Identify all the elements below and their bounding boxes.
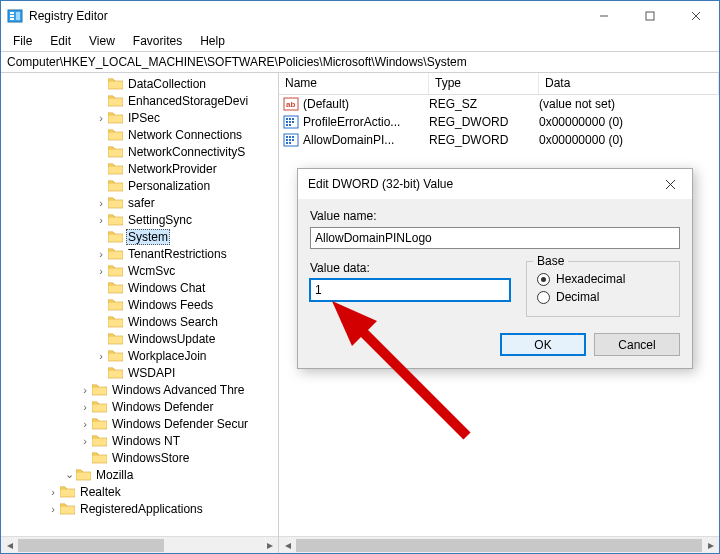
folder-icon bbox=[108, 332, 123, 345]
tree-item[interactable]: ›TenantRestrictions bbox=[5, 245, 278, 262]
tree-item[interactable]: ›safer bbox=[5, 194, 278, 211]
menu-bar: File Edit View Favorites Help bbox=[1, 31, 719, 51]
tree-item[interactable]: System bbox=[5, 228, 278, 245]
cell-name: ProfileErrorActio... bbox=[303, 115, 429, 129]
window-maximize-button[interactable] bbox=[627, 1, 673, 31]
folder-icon bbox=[76, 468, 91, 481]
tree-item-label: Personalization bbox=[126, 179, 212, 193]
dialog-titlebar[interactable]: Edit DWORD (32-bit) Value bbox=[298, 169, 692, 199]
tree-item-label: WorkplaceJoin bbox=[126, 349, 208, 363]
col-header-type[interactable]: Type bbox=[429, 73, 539, 94]
svg-rect-4 bbox=[16, 12, 20, 20]
value-name-field[interactable] bbox=[310, 227, 680, 249]
col-header-name[interactable]: Name bbox=[279, 73, 429, 94]
address-bar[interactable]: Computer\HKEY_LOCAL_MACHINE\SOFTWARE\Pol… bbox=[1, 51, 719, 73]
dialog-close-button[interactable] bbox=[648, 169, 692, 199]
list-row[interactable]: ProfileErrorActio...REG_DWORD0x00000000 … bbox=[279, 113, 719, 131]
tree-item[interactable]: ›Windows NT bbox=[5, 432, 278, 449]
chevron-right-icon[interactable]: › bbox=[95, 265, 107, 277]
tree-item[interactable]: DataCollection bbox=[5, 75, 278, 92]
tree-item[interactable]: ›Realtek bbox=[5, 483, 278, 500]
menu-edit[interactable]: Edit bbox=[42, 33, 79, 49]
chevron-down-icon[interactable]: ⌄ bbox=[63, 468, 75, 481]
tree-item[interactable]: ›SettingSync bbox=[5, 211, 278, 228]
window-minimize-button[interactable] bbox=[581, 1, 627, 31]
chevron-right-icon[interactable]: › bbox=[47, 503, 59, 515]
dword-value-icon bbox=[283, 132, 299, 148]
folder-icon bbox=[108, 145, 123, 158]
radio-icon bbox=[537, 291, 550, 304]
chevron-right-icon[interactable]: › bbox=[79, 384, 91, 396]
list-row[interactable]: AllowDomainPI...REG_DWORD0x00000000 (0) bbox=[279, 131, 719, 149]
tree-item[interactable]: NetworkConnectivityS bbox=[5, 143, 278, 160]
tree-item[interactable]: ⌄Mozilla bbox=[5, 466, 278, 483]
tree-item-label: Windows Search bbox=[126, 315, 220, 329]
folder-icon bbox=[108, 247, 123, 260]
cell-type: REG_DWORD bbox=[429, 133, 539, 147]
tree-item[interactable]: WSDAPI bbox=[5, 364, 278, 381]
window-title: Registry Editor bbox=[29, 9, 108, 23]
scroll-left-icon[interactable]: ◂ bbox=[279, 537, 296, 553]
tree-item[interactable]: WindowsStore bbox=[5, 449, 278, 466]
folder-icon bbox=[60, 502, 75, 515]
chevron-right-icon[interactable]: › bbox=[95, 214, 107, 226]
tree-item[interactable]: ›WcmSvc bbox=[5, 262, 278, 279]
address-text: Computer\HKEY_LOCAL_MACHINE\SOFTWARE\Pol… bbox=[7, 55, 467, 69]
tree-item[interactable]: WindowsUpdate bbox=[5, 330, 278, 347]
chevron-right-icon[interactable]: › bbox=[47, 486, 59, 498]
tree-item[interactable]: ›Windows Advanced Thre bbox=[5, 381, 278, 398]
tree-item[interactable]: Network Connections bbox=[5, 126, 278, 143]
ok-button[interactable]: OK bbox=[500, 333, 586, 356]
tree-item-label: Windows NT bbox=[110, 434, 182, 448]
menu-help[interactable]: Help bbox=[192, 33, 233, 49]
folder-icon bbox=[60, 485, 75, 498]
tree-item-label: WindowsUpdate bbox=[126, 332, 217, 346]
chevron-right-icon[interactable]: › bbox=[95, 350, 107, 362]
cell-type: REG_DWORD bbox=[429, 115, 539, 129]
tree-item[interactable]: NetworkProvider bbox=[5, 160, 278, 177]
cancel-button[interactable]: Cancel bbox=[594, 333, 680, 356]
tree-item[interactable]: ›Windows Defender bbox=[5, 398, 278, 415]
value-name-label: Value name: bbox=[310, 209, 680, 223]
tree-item[interactable]: ›IPSec bbox=[5, 109, 278, 126]
col-header-data[interactable]: Data bbox=[539, 73, 719, 94]
tree-item[interactable]: Windows Chat bbox=[5, 279, 278, 296]
chevron-right-icon[interactable]: › bbox=[95, 112, 107, 124]
radio-decimal[interactable]: Decimal bbox=[537, 290, 669, 304]
radio-hexadecimal[interactable]: Hexadecimal bbox=[537, 272, 669, 286]
tree-hscrollbar[interactable]: ◂ ▸ bbox=[1, 536, 278, 553]
tree-item[interactable]: ›WorkplaceJoin bbox=[5, 347, 278, 364]
value-data-field[interactable] bbox=[310, 279, 510, 301]
tree-item[interactable]: Windows Feeds bbox=[5, 296, 278, 313]
chevron-right-icon[interactable]: › bbox=[95, 197, 107, 209]
tree-item-label: Windows Defender Secur bbox=[110, 417, 250, 431]
scroll-right-icon[interactable]: ▸ bbox=[702, 537, 719, 553]
chevron-right-icon[interactable]: › bbox=[79, 401, 91, 413]
tree-item[interactable]: Personalization bbox=[5, 177, 278, 194]
window-close-button[interactable] bbox=[673, 1, 719, 31]
svg-rect-6 bbox=[646, 12, 654, 20]
tree-item[interactable]: ›Windows Defender Secur bbox=[5, 415, 278, 432]
tree-item-label: NetworkConnectivityS bbox=[126, 145, 247, 159]
tree-item-label: IPSec bbox=[126, 111, 162, 125]
chevron-right-icon[interactable]: › bbox=[79, 418, 91, 430]
menu-favorites[interactable]: Favorites bbox=[125, 33, 190, 49]
menu-file[interactable]: File bbox=[5, 33, 40, 49]
scroll-right-icon[interactable]: ▸ bbox=[261, 537, 278, 553]
tree-pane[interactable]: DataCollectionEnhancedStorageDevi›IPSecN… bbox=[1, 73, 279, 553]
svg-rect-1 bbox=[10, 12, 14, 14]
tree-item[interactable]: EnhancedStorageDevi bbox=[5, 92, 278, 109]
tree-item-label: System bbox=[126, 229, 170, 245]
scroll-left-icon[interactable]: ◂ bbox=[1, 537, 18, 553]
tree-item[interactable]: Windows Search bbox=[5, 313, 278, 330]
folder-icon bbox=[92, 400, 107, 413]
folder-icon bbox=[108, 179, 123, 192]
tree-item[interactable]: ›RegisteredApplications bbox=[5, 500, 278, 517]
menu-view[interactable]: View bbox=[81, 33, 123, 49]
chevron-right-icon[interactable]: › bbox=[79, 435, 91, 447]
folder-icon bbox=[108, 94, 123, 107]
list-row[interactable]: (Default)REG_SZ(value not set) bbox=[279, 95, 719, 113]
tree-item-label: NetworkProvider bbox=[126, 162, 219, 176]
chevron-right-icon[interactable]: › bbox=[95, 248, 107, 260]
list-hscrollbar[interactable]: ◂ ▸ bbox=[279, 536, 719, 553]
